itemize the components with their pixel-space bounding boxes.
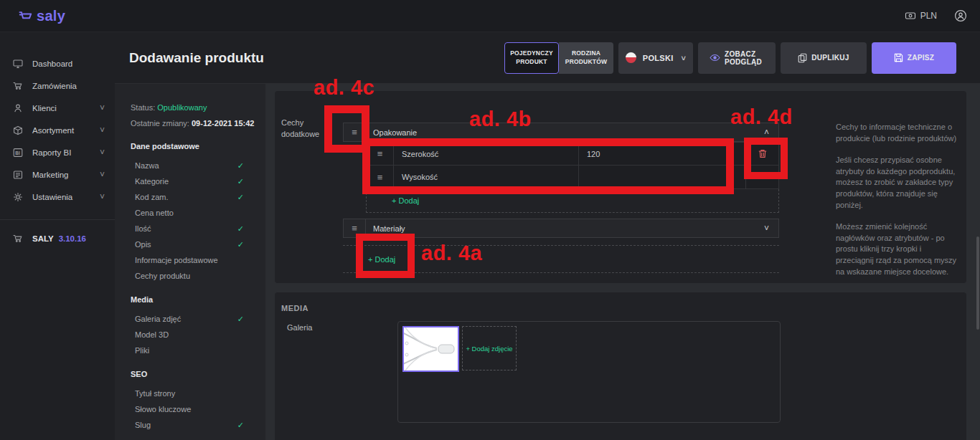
vertical-scrollbar[interactable] <box>976 236 979 330</box>
panel-item-label: Galeria zdjęć <box>135 315 181 323</box>
sidebar-item-orders[interactable]: Zamówienia <box>0 75 115 97</box>
check-icon: ✓ <box>237 240 244 249</box>
logo-text: saly <box>37 8 65 24</box>
sidebar-item-clients[interactable]: Klienci ˅ <box>0 97 115 119</box>
user-avatar-icon <box>954 9 967 22</box>
section-title-media: Media <box>131 295 255 306</box>
preview-button[interactable]: ZOBACZ PODGLĄD <box>698 42 776 74</box>
profile-menu-button[interactable] <box>954 9 967 22</box>
panel-item-label: Cechy produktu <box>135 272 190 280</box>
sidebar-item-label: Zamówienia <box>32 82 77 90</box>
currency-selector[interactable]: PLN <box>905 11 937 21</box>
main-sidebar: Dashboard Zamówienia Klienci ˅ <box>0 32 115 440</box>
version-number: 3.10.16 <box>59 234 86 243</box>
panel-item-informacje[interactable]: Informacje podstawowe <box>131 252 255 268</box>
sidebar-item-assortment[interactable]: Asortyment ˅ <box>0 119 115 141</box>
chevron-down-icon: ˅ <box>764 219 769 237</box>
settings-gear-icon <box>12 191 23 202</box>
panel-item-label: Informacje podstawowe <box>135 256 218 264</box>
sidebar-item-reports-bi[interactable]: BI Raporty BI ˅ <box>0 141 115 163</box>
panel-item-model-3d[interactable]: Model 3D <box>131 327 255 343</box>
language-label: POLSKI <box>643 54 674 62</box>
duplicate-button[interactable]: DUPLIKUJ <box>781 42 867 74</box>
panel-item-nazwa[interactable]: Nazwa✓ <box>131 158 255 173</box>
panel-item-galeria-zdjec[interactable]: Galeria zdjęć✓ <box>131 311 255 327</box>
panel-item-cechy-produktu[interactable]: Cechy produktu <box>131 268 255 284</box>
add-photo-button[interactable]: + Dodaj zdjęcie <box>462 326 517 370</box>
currency-label: PLN <box>920 11 937 21</box>
add-attribute-button[interactable]: + Dodaj <box>392 196 419 205</box>
marketing-icon <box>12 169 23 180</box>
check-icon: ✓ <box>237 161 244 171</box>
check-icon: ✓ <box>237 177 244 186</box>
panel-item-label: Pliki <box>135 346 149 355</box>
annotation-label-4d: ad. 4d <box>730 105 793 129</box>
annotation-label-4b: ad. 4b <box>469 107 532 131</box>
changed-value: 09-12-2021 15:42 <box>192 119 254 128</box>
panel-item-label: Kategorie <box>135 177 169 186</box>
saly-logo[interactable]: saly <box>19 8 65 24</box>
cart-logo-icon <box>19 10 33 22</box>
panel-item-opis[interactable]: Opis✓ <box>131 236 255 252</box>
reports-bi-icon: BI <box>12 147 23 158</box>
panel-item-label: Model 3D <box>135 330 169 339</box>
gallery-field-label: Galeria <box>287 323 312 332</box>
help-paragraph: Cechy to informacje techniczne o produkc… <box>836 122 959 144</box>
panel-item-kod-zam[interactable]: Kod zam.✓ <box>131 189 255 205</box>
preview-label: ZOBACZ PODGLĄD <box>725 50 764 66</box>
sidebar-item-dashboard[interactable]: Dashboard <box>0 52 115 75</box>
panel-item-slowo-kluczowe[interactable]: Słowo kluczowe <box>131 401 255 417</box>
check-icon: ✓ <box>237 315 244 324</box>
panel-item-cena-netto[interactable]: Cena netto <box>131 205 255 221</box>
eye-icon <box>710 54 720 62</box>
clients-icon <box>12 102 23 113</box>
annotation-label-4a: ad. 4a <box>421 241 482 265</box>
sidebar-item-marketing[interactable]: Marketing ˅ <box>0 163 115 186</box>
language-dropdown[interactable]: POLSKI ˅ <box>618 42 693 74</box>
help-paragraph: Możesz zmienić kolejność nagłówków oraz … <box>836 221 959 277</box>
check-icon: ✓ <box>237 193 244 202</box>
chevron-down-icon: ˅ <box>100 103 105 113</box>
panel-item-ilosc[interactable]: Ilość✓ <box>131 221 255 236</box>
saly-cart-icon <box>12 233 23 244</box>
poland-flag-icon <box>626 52 636 63</box>
panel-item-label: Słowo kluczowe <box>135 405 191 413</box>
features-help-text: Cechy to informacje techniczne o produkc… <box>836 122 959 288</box>
single-product-tab[interactable]: POJEDYNCZY PRODUKT <box>504 42 559 74</box>
sidebar-item-settings[interactable]: Ustawienia ˅ <box>0 186 115 208</box>
app-window: saly PLN <box>0 0 980 440</box>
page-header: Dodawanie produktu POJEDYNCZY PRODUKT RO… <box>115 32 980 84</box>
product-progress-panel: Status: Opublikowany Ostatnie zmiany: 09… <box>115 84 265 440</box>
panel-item-kategorie[interactable]: Kategorie✓ <box>131 173 255 189</box>
panel-item-pliki[interactable]: Pliki <box>131 343 255 358</box>
dashboard-icon <box>12 58 23 69</box>
status-value: Opublikowany <box>157 103 207 112</box>
panel-item-label: Slug <box>135 421 151 429</box>
copy-icon <box>798 53 807 63</box>
panel-item-label: Kod zam. <box>135 193 168 201</box>
sidebar-divider <box>0 219 115 220</box>
chevron-down-icon: ˅ <box>682 54 687 62</box>
add-photo-label: + Dodaj zdjęcie <box>466 345 512 353</box>
banknote-icon <box>905 11 916 21</box>
sidebar-item-label: Klienci <box>32 104 57 113</box>
help-paragraph: Jeśli chcesz przypisać osobne atrybuty d… <box>836 155 959 211</box>
gallery-photo-thumbnail[interactable] <box>402 326 459 372</box>
panel-item-slug[interactable]: Slug✓ <box>131 417 255 433</box>
assortment-icon <box>12 125 23 135</box>
panel-item-tytul-strony[interactable]: Tytuł strony <box>131 386 255 401</box>
panel-item-label: Opis <box>135 240 151 249</box>
status-line: Status: Opublikowany <box>131 103 255 115</box>
orders-cart-icon <box>12 80 23 91</box>
panel-item-label: Cena netto <box>135 209 174 217</box>
chevron-down-icon: ˅ <box>100 192 105 202</box>
annotation-box-4a <box>356 234 415 278</box>
app-version: SALY 3.10.16 <box>0 227 115 249</box>
svg-text:BI: BI <box>15 150 20 155</box>
chevron-down-icon: ˅ <box>100 148 105 158</box>
annotation-box-4d <box>744 138 788 179</box>
chevron-down-icon: ˅ <box>100 170 105 180</box>
features-field-label: Cechy dodatkowe <box>281 117 326 140</box>
save-button[interactable]: ZAPISZ <box>872 42 956 74</box>
product-family-tab[interactable]: RODZINA PRODUKTÓW <box>559 42 613 74</box>
